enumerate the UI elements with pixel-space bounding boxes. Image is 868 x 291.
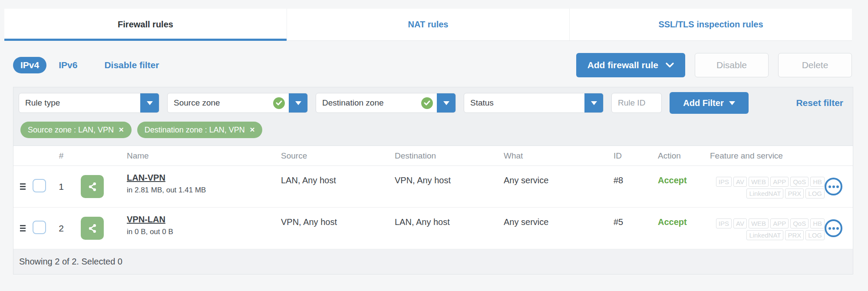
status-dropdown[interactable]: Status: [464, 93, 604, 113]
row-checkbox[interactable]: [33, 221, 46, 234]
triangle-down-icon: [729, 101, 735, 105]
column-header-feature: Feature and service: [697, 151, 825, 161]
column-header-number: #: [49, 151, 73, 161]
showing-summary: Showing 2 of 2. Selected 0: [19, 257, 122, 267]
feature-badge: LOG: [805, 230, 825, 240]
tab-ssl-tls-inspection-rules[interactable]: SSL/TLS inspection rules: [570, 9, 852, 40]
feature-badge: QoS: [790, 177, 809, 187]
chevron-down-icon: [666, 63, 674, 68]
table-header: # Name Source Destination What ID Action…: [13, 146, 853, 166]
rule-id: #8: [603, 166, 634, 185]
filter-applied-check-icon: [421, 97, 433, 109]
feature-badge: WEB: [749, 218, 769, 228]
reset-filter-link[interactable]: Reset filter: [796, 98, 843, 108]
column-header-what: What: [491, 151, 603, 161]
rule-destination: LAN, Any host: [382, 208, 491, 227]
feature-badges: IPSAVWEBAPPQoSHB LinkedNATPRXLOG: [697, 217, 825, 240]
column-header-name: Name: [107, 151, 268, 161]
feature-badge: WEB: [749, 177, 769, 187]
destination-zone-dropdown[interactable]: Destination zone: [316, 93, 456, 113]
dropdown-label: Source zone: [168, 98, 273, 108]
feature-badge: QoS: [790, 218, 809, 228]
row-number: 1: [49, 182, 73, 192]
feature-badge: LOG: [805, 188, 825, 198]
filter-controls: Rule type Source zone Destination zone S…: [19, 92, 848, 114]
row-number: 2: [49, 223, 73, 234]
rule-name-link[interactable]: LAN-VPN: [127, 173, 165, 183]
toolbar: IPv4 IPv6 Disable filter Add firewall ru…: [13, 50, 852, 81]
rule-what: Any service: [491, 166, 603, 185]
ipv6-toggle[interactable]: IPv6: [59, 60, 77, 70]
rule-traffic-stats: in 2.81 MB, out 1.41 MB: [127, 186, 268, 195]
tab-label: SSL/TLS inspection rules: [658, 20, 763, 30]
add-filter-button[interactable]: Add Filter: [670, 92, 749, 114]
rule-type-dropdown[interactable]: Rule type: [19, 93, 159, 113]
triangle-down-icon: [295, 101, 301, 105]
dropdown-toggle-button[interactable]: [437, 93, 455, 113]
feature-badge: AV: [733, 177, 747, 187]
feature-badges: IPSAVWEBAPPQoSHB LinkedNATPRXLOG: [697, 175, 825, 198]
rule-what: Any service: [491, 208, 603, 227]
drag-handle-icon[interactable]: [20, 183, 28, 190]
tab-nat-rules[interactable]: NAT rules: [287, 9, 570, 40]
source-zone-filter-chip[interactable]: Source zone : LAN, VPN ✕: [20, 122, 132, 138]
feature-badge: LinkedNAT: [746, 188, 783, 198]
column-header-source: Source: [268, 151, 382, 161]
rule-id-input[interactable]: [611, 93, 662, 113]
row-menu-ellipsis-icon[interactable]: [825, 178, 842, 195]
rule-traffic-stats: in 0 B, out 0 B: [127, 228, 268, 236]
drag-handle-icon[interactable]: [20, 225, 28, 231]
active-filter-chips: Source zone : LAN, VPN ✕ Destination zon…: [20, 122, 848, 138]
column-header-id: ID: [603, 151, 634, 161]
feature-badge: IPS: [716, 177, 732, 187]
chip-label: Destination zone : LAN, VPN: [145, 126, 245, 135]
column-header-action: Action: [634, 151, 697, 161]
table-row: 2 VPN-LAN in 0 B, out 0 B VPN, Any host …: [13, 208, 853, 249]
feature-badge: HB: [810, 177, 825, 187]
add-filter-label: Add Filter: [683, 98, 723, 108]
feature-badge: IPS: [716, 218, 732, 228]
destination-zone-filter-chip[interactable]: Destination zone : LAN, VPN ✕: [137, 122, 263, 138]
remove-filter-icon[interactable]: ✕: [250, 126, 255, 134]
filter-applied-check-icon: [273, 97, 285, 109]
row-checkbox[interactable]: [33, 179, 46, 192]
feature-badge: LinkedNAT: [746, 230, 783, 240]
dropdown-label: Status: [464, 98, 584, 108]
table-row: 1 LAN-VPN in 2.81 MB, out 1.41 MB LAN, A…: [13, 166, 853, 208]
triangle-down-icon: [591, 101, 597, 105]
remove-filter-icon[interactable]: ✕: [119, 126, 124, 134]
firewall-rules-panel: Rule type Source zone Destination zone S…: [13, 87, 853, 274]
rule-destination: VPN, Any host: [382, 166, 491, 185]
rule-name-link[interactable]: VPN-LAN: [127, 215, 165, 225]
ipv4-toggle[interactable]: IPv4: [13, 57, 46, 73]
filter-section: Rule type Source zone Destination zone S…: [13, 87, 853, 146]
rule-action: Accept: [634, 208, 697, 227]
tab-label: NAT rules: [408, 20, 449, 30]
feature-badge: PRX: [785, 230, 804, 240]
table-footer: Showing 2 of 2. Selected 0: [13, 249, 853, 274]
tab-firewall-rules[interactable]: Firewall rules: [4, 9, 287, 40]
rule-id: #5: [603, 208, 634, 227]
ip-version-toggle: IPv4 IPv6 Disable filter: [13, 57, 159, 73]
tab-label: Firewall rules: [118, 20, 173, 30]
chip-label: Source zone : LAN, VPN: [28, 126, 114, 135]
triangle-down-icon: [443, 101, 449, 105]
dropdown-toggle-button[interactable]: [140, 93, 159, 113]
traffic-share-icon: [81, 217, 104, 240]
add-firewall-rule-button[interactable]: Add firewall rule: [576, 53, 685, 77]
disable-button[interactable]: Disable: [695, 53, 769, 77]
rule-source: VPN, Any host: [268, 208, 382, 227]
rule-action: Accept: [634, 166, 697, 185]
delete-button[interactable]: Delete: [778, 53, 852, 77]
source-zone-dropdown[interactable]: Source zone: [167, 93, 308, 113]
dropdown-toggle-button[interactable]: [584, 93, 603, 113]
feature-badge: APP: [770, 177, 789, 187]
rule-source: LAN, Any host: [268, 166, 382, 185]
triangle-down-icon: [147, 101, 153, 105]
traffic-share-icon: [81, 175, 104, 198]
row-menu-ellipsis-icon[interactable]: [825, 219, 842, 237]
dropdown-toggle-button[interactable]: [289, 93, 307, 113]
disable-filter-link[interactable]: Disable filter: [104, 60, 159, 70]
tab-bar: Firewall rules NAT rules SSL/TLS inspect…: [4, 9, 852, 41]
feature-badge: PRX: [785, 188, 804, 198]
